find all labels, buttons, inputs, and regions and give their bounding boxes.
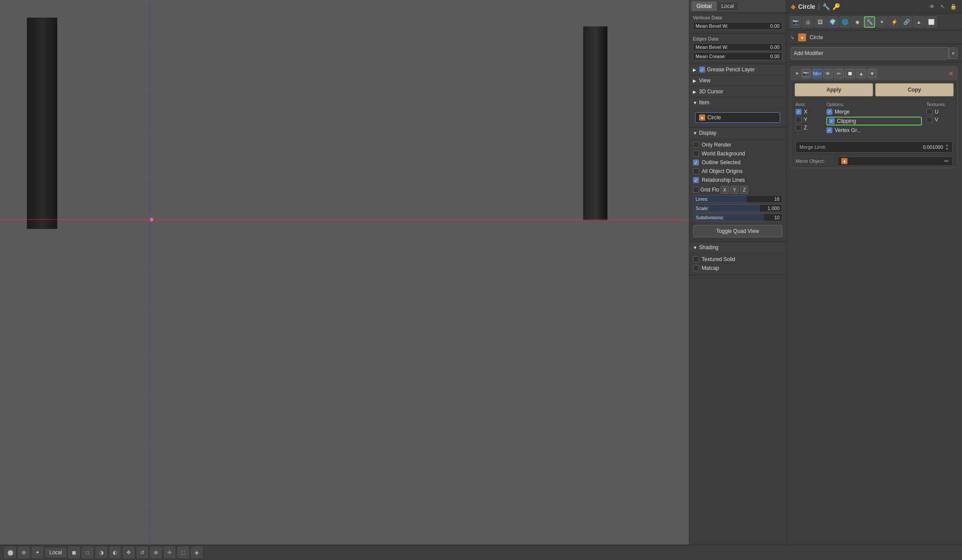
axis-z-checkbox[interactable] — [796, 125, 802, 131]
grease-pencil-section: ▶ Grease Pencil Layer — [689, 64, 786, 75]
grid-flo-checkbox[interactable] — [693, 187, 699, 193]
merge-limit-value: 0.001000 — [923, 144, 943, 150]
toggle-quad-view-btn[interactable]: Toggle Quad View — [693, 225, 782, 237]
solid-icon[interactable]: ◼ — [68, 547, 80, 558]
zoom-icon[interactable]: ⊕ — [150, 547, 162, 558]
mirror-expand[interactable]: ▼ — [795, 71, 799, 76]
grease-pencil-checkbox[interactable] — [699, 66, 705, 73]
cursor-header[interactable]: ▶ 3D Cursor — [689, 86, 786, 97]
up-mod-btn[interactable]: ▲ — [856, 69, 866, 78]
camera-mod-btn[interactable]: 📷 — [801, 69, 811, 78]
render-mod-btn[interactable]: 🔲 — [845, 69, 855, 78]
tex-v-checkbox[interactable] — [926, 117, 932, 123]
viewport-mode-icon[interactable]: ⬤ — [4, 547, 16, 558]
expand-icon[interactable]: ↳ — [791, 35, 795, 41]
material-prop-icon[interactable]: ⬜ — [925, 16, 937, 28]
vertex-gr-checkbox[interactable]: ✓ — [826, 127, 832, 133]
eye-icon[interactable]: 👁 — [928, 2, 936, 11]
scene-prop-icon[interactable]: 🌍 — [827, 16, 838, 28]
mode-selector[interactable]: Local — [45, 548, 66, 557]
merge-limit-arrows[interactable]: ▲▼ — [945, 143, 949, 151]
cursor-tool-icon[interactable]: ✛ — [164, 547, 175, 558]
vertex-gr-label: Vertex Gr... — [835, 127, 861, 133]
pencil-icon[interactable]: ✏ — [944, 158, 949, 164]
copy-btn[interactable]: Copy — [875, 83, 954, 96]
add-modifier-dropdown[interactable]: ▼ — [949, 48, 958, 59]
mean-bevel-w-edge-field[interactable]: Mean Bevel W: 0.00 — [693, 43, 782, 51]
view-header[interactable]: ▶ View — [689, 75, 786, 86]
edges-data-section: Edges Data: Mean Bevel W: 0.00 Mean Crea… — [689, 34, 786, 64]
close-modifier-btn[interactable]: ✕ — [948, 70, 954, 77]
outline-selected-checkbox[interactable] — [693, 159, 699, 166]
edit-mod-btn[interactable]: ✏ — [834, 69, 844, 78]
select-icon[interactable]: ⬚ — [178, 547, 189, 558]
output-prop-icon[interactable]: 🖨 — [802, 16, 814, 28]
subdivisions-field[interactable]: Subdivisions: 10 — [693, 214, 782, 221]
merge-limit-row[interactable]: Merge Limit: 0.001000 ▲▼ — [796, 141, 953, 153]
constraints-prop-icon[interactable]: 🔗 — [901, 16, 912, 28]
world-prop-icon[interactable]: 🌐 — [839, 16, 851, 28]
clipping-checkbox[interactable]: ✓ — [829, 118, 835, 124]
particles-prop-icon[interactable]: ✦ — [876, 16, 888, 28]
grease-pencil-header[interactable]: ▶ Grease Pencil Layer — [689, 64, 786, 75]
only-render-checkbox[interactable] — [693, 142, 699, 148]
clipping-label: Clipping — [837, 118, 856, 124]
mean-bevel-w-vert-field[interactable]: Mean Bevel W: 0.00 — [693, 22, 782, 30]
render-icon[interactable]: ◑ — [96, 547, 107, 558]
pan-icon[interactable]: ✥ — [123, 547, 134, 558]
apply-btn[interactable]: Apply — [795, 83, 873, 96]
axis-x-checkbox[interactable]: ✓ — [796, 109, 802, 115]
grid-z-btn[interactable]: Z — [740, 186, 748, 194]
lines-field[interactable]: Lines: 16 — [693, 195, 782, 203]
object-prop-icon[interactable]: ◆ — [851, 16, 863, 28]
left-object — [26, 18, 57, 229]
gizmo-icon[interactable]: ⊕ — [18, 547, 30, 558]
mirror-object-field[interactable]: ◆ ✏ — [837, 156, 953, 166]
world-bg-checkbox[interactable] — [693, 151, 699, 157]
textured-solid-checkbox[interactable] — [693, 256, 699, 262]
lock-icon[interactable]: 🔒 — [949, 2, 958, 11]
mean-crease-field[interactable]: Mean Crease: 0.00 — [693, 52, 782, 60]
axis-y-checkbox[interactable] — [796, 117, 802, 123]
grid-x-btn[interactable]: X — [721, 186, 729, 194]
orbit-icon[interactable]: ↺ — [137, 547, 148, 558]
cursor-dot — [150, 218, 153, 221]
textured-solid-label: Textured Solid — [702, 256, 735, 262]
add-modifier-btn[interactable]: Add Modifier — [791, 47, 949, 59]
tool-icon[interactable]: ✦ — [32, 547, 43, 558]
viewport[interactable] — [0, 0, 689, 545]
axis-label: Axis: — [796, 102, 822, 107]
cursor-icon[interactable]: ↖ — [938, 2, 947, 11]
snap-icon[interactable]: ◈ — [191, 547, 203, 558]
material-icon[interactable]: ◐ — [109, 547, 121, 558]
clipping-row[interactable]: ✓ Clipping — [826, 117, 922, 125]
tab-local[interactable]: Local — [717, 1, 739, 11]
edges-data-label: Edges Data: — [693, 36, 782, 41]
object-name-field[interactable]: ◆ Circle — [695, 112, 780, 123]
view-prop-icon[interactable]: 🖼 — [814, 16, 826, 28]
render-prop-icon[interactable]: 📷 — [790, 16, 801, 28]
modifier-settings: Axis: ✓ X Y Z — [791, 99, 957, 140]
matcap-checkbox[interactable] — [693, 265, 699, 271]
data-prop-icon[interactable]: ▲ — [913, 16, 925, 28]
down-mod-btn[interactable]: ▼ — [867, 69, 877, 78]
wire-icon[interactable]: □ — [82, 547, 93, 558]
grease-pencil-label: Grease Pencil Layer — [707, 66, 755, 73]
modifier-prop-icon[interactable]: 🔧 — [864, 16, 875, 28]
shading-header[interactable]: ▼ Shading — [689, 242, 786, 253]
physics-prop-icon[interactable]: ⚡ — [888, 16, 900, 28]
eye-mod-btn[interactable]: 👁 — [823, 69, 833, 78]
merge-checkbox[interactable]: ✓ — [826, 109, 832, 115]
obj-circle-name: Circle — [810, 34, 823, 41]
mirr-mod-btn[interactable]: Mirr — [812, 69, 822, 78]
scale-field[interactable]: Scale: 1.000 — [693, 204, 782, 212]
key-icon: 🔑 — [832, 3, 840, 10]
all-object-origins-checkbox[interactable] — [693, 168, 699, 174]
tex-u-checkbox[interactable] — [926, 109, 932, 115]
display-header[interactable]: ▼ Display — [689, 128, 786, 138]
merge-label: Merge — [835, 109, 850, 115]
item-header[interactable]: ▼ Item — [689, 97, 786, 108]
relationship-lines-checkbox[interactable] — [693, 177, 699, 183]
tab-global[interactable]: Global — [692, 1, 717, 11]
grid-y-btn[interactable]: Y — [730, 186, 739, 194]
